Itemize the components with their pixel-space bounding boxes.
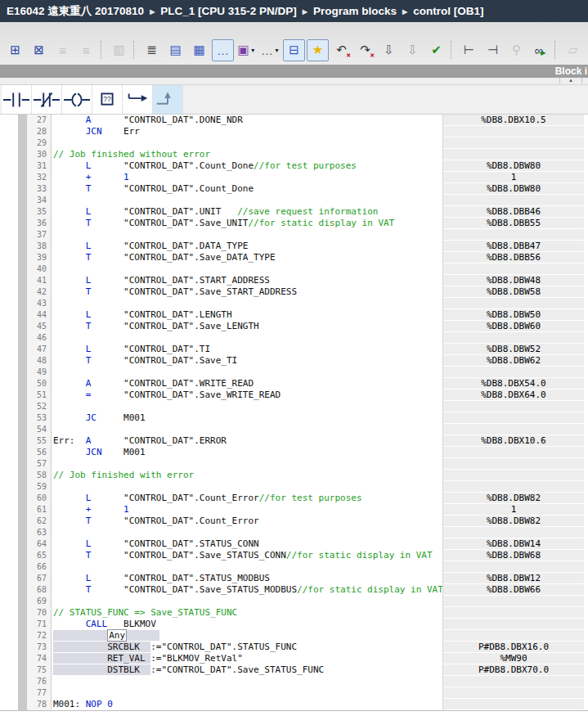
code-line[interactable]: L "CONTROL_DAT".DATA_TYPE	[53, 241, 441, 252]
code-line[interactable]	[53, 561, 441, 573]
code-line[interactable]: T "CONTROL_DAT".Save_UNIT//for static di…	[53, 218, 441, 229]
network-comment-toggle-icon[interactable]: ▦	[188, 39, 210, 61]
code-line[interactable]: // Job finished without error	[53, 149, 441, 160]
previous-error-icon[interactable]: ↶✕	[330, 39, 352, 61]
collapse-panel-icon[interactable]: ▲	[559, 78, 582, 83]
network-title-toggle-icon[interactable]: ▤	[164, 39, 186, 61]
coil-button[interactable]	[62, 85, 92, 114]
code-line[interactable]	[53, 527, 441, 538]
monitoring-icon[interactable]: ∞▶	[529, 39, 551, 61]
code-line[interactable]	[53, 195, 441, 206]
code-line[interactable]	[53, 424, 441, 435]
code-line[interactable]: L "CONTROL_DAT".STATUS_CONN	[53, 538, 441, 550]
code-line[interactable]: T "CONTROL_DAT".Save_LENGTH	[53, 321, 441, 332]
code-line[interactable]: JC M001	[53, 412, 441, 424]
code-line[interactable]	[53, 676, 441, 687]
breadcrumb-item[interactable]: E16042 遠東重八 20170810	[7, 4, 144, 19]
line-number: 72	[27, 630, 51, 642]
insert-network-icon[interactable]: ⊞	[4, 39, 26, 61]
address-cell: %DB8.DBW82	[443, 493, 584, 503]
address-cell: %DB8.DBB46	[443, 206, 584, 217]
code-line[interactable]: L "CONTROL_DAT".TI	[53, 344, 441, 355]
next-error-icon[interactable]: ↷✕	[354, 39, 376, 61]
code-line[interactable]	[53, 596, 441, 607]
code-line[interactable]: L "CONTROL_DAT".START_ADDRESS	[53, 275, 441, 286]
code-line[interactable]: Any	[53, 630, 441, 642]
code-line[interactable]: L "CONTROL_DAT".Count_Done//for test pur…	[53, 160, 441, 172]
code-line[interactable]	[53, 481, 441, 493]
insert-comment-icon[interactable]: …▼	[259, 39, 281, 61]
code-line[interactable]: T "CONTROL_DAT".Save_STATUS_MODBUS//for …	[53, 584, 441, 596]
code-line[interactable]: CALL BLKMOV	[53, 619, 441, 630]
code-line[interactable]	[53, 401, 441, 412]
collapse-all-icon[interactable]: ⊣	[482, 39, 504, 61]
line-number: 31	[27, 160, 51, 172]
code-line[interactable]: SRCBLK :="CONTROL_DAT".STATUS_FUNC	[53, 642, 441, 653]
code-line[interactable]: T "CONTROL_DAT".Save_STATUS_CONN//for st…	[53, 550, 441, 561]
line-number: 73	[27, 642, 51, 653]
code-line[interactable]: + 1	[53, 504, 441, 516]
line-number: 50	[27, 378, 51, 390]
absolute-operands-icon[interactable]: ≣	[141, 39, 163, 61]
code-line[interactable]	[53, 458, 441, 470]
any-operand-placeholder[interactable]: Any	[107, 629, 127, 642]
address-cell	[443, 676, 584, 687]
code-line[interactable]: = "CONTROL_DAT".Save_WRITE_READ	[53, 390, 441, 401]
code-line[interactable]: JCN M001	[53, 447, 441, 458]
breadcrumb-item[interactable]: Program blocks	[313, 5, 397, 17]
line-number: 46	[27, 332, 51, 344]
code-line[interactable]: T "CONTROL_DAT".Count_Done	[53, 183, 441, 195]
code-line[interactable]: A "CONTROL_DAT".DONE_NDR	[53, 115, 441, 126]
comments-toggle-icon[interactable]: …	[212, 39, 234, 61]
address-cell: %DB8.DBW58	[443, 286, 584, 297]
delete-network-icon[interactable]: ⊠	[28, 39, 50, 61]
code-line[interactable]: L "CONTROL_DAT".Count_Error//for test pu…	[53, 493, 441, 504]
code-line[interactable]: // STATUS_FUNC => Save_STATUS_FUNC	[53, 607, 441, 619]
code-line[interactable]	[53, 298, 441, 309]
line-number: 57	[27, 458, 51, 470]
breadcrumb-item[interactable]: control [OB1]	[413, 5, 483, 17]
block-interface-header[interactable]: Block i	[0, 65, 588, 78]
code-line[interactable]: T "CONTROL_DAT".Save_START_ADDRESS	[53, 286, 441, 298]
code-line[interactable]	[53, 332, 441, 344]
favorites-toggle-icon[interactable]: ★	[307, 39, 329, 61]
line-number: 75	[27, 664, 51, 676]
code-line[interactable]: + 1	[53, 172, 441, 183]
compile-icon[interactable]: ✔	[425, 39, 447, 61]
code-line[interactable]: // Job finished with error	[53, 470, 441, 481]
line-number: 35	[27, 206, 51, 218]
code-line[interactable]: Err: A "CONTROL_DAT".ERROR	[53, 435, 441, 447]
code-line[interactable]	[53, 263, 441, 275]
empty-box-button[interactable]: ??	[92, 85, 123, 114]
update-block-call-icon[interactable]: ⇩	[378, 39, 400, 61]
close-branch-icon	[154, 88, 182, 112]
code-line[interactable]: A "CONTROL_DAT".WRITE_READ	[53, 378, 441, 390]
open-branch-button[interactable]	[123, 85, 153, 114]
code-line[interactable]	[53, 137, 441, 149]
insert-block-icon[interactable]: ▣▼	[236, 39, 258, 61]
code-line[interactable]	[53, 687, 441, 699]
address-cell	[443, 149, 584, 160]
code-line[interactable]: T "CONTROL_DAT".Save_TI	[53, 355, 441, 367]
code-line[interactable]	[53, 367, 441, 378]
code-line[interactable]: DSTBLK :="CONTROL_DAT".Save_STATUS_FUNC	[53, 664, 441, 676]
line-number: 47	[27, 344, 51, 355]
open-contact-button[interactable]	[2, 85, 32, 114]
expand-networks-icon[interactable]: ⊟	[283, 39, 305, 61]
code-line[interactable]: L "CONTROL_DAT".UNIT //save request info…	[53, 206, 441, 218]
code-line[interactable]: JCN Err	[53, 126, 441, 137]
expand-all-icon[interactable]: ⊢	[458, 39, 480, 61]
closed-contact-button[interactable]	[32, 85, 62, 114]
code-line[interactable]: L "CONTROL_DAT".STATUS_MODBUS	[53, 573, 441, 584]
consistency-check-icon[interactable]: ⇩	[402, 39, 424, 61]
code-line[interactable]	[53, 229, 441, 241]
code-line[interactable]: T "CONTROL_DAT".Save_DATA_TYPE	[53, 252, 441, 263]
breadcrumb-item[interactable]: PLC_1 [CPU 315-2 PN/DP]	[160, 5, 297, 17]
code-line[interactable]: L "CONTROL_DAT".LENGTH	[53, 309, 441, 321]
code-line[interactable]: T "CONTROL_DAT".Count_Error	[53, 516, 441, 527]
close-branch-button[interactable]	[153, 85, 183, 114]
address-cell: %DB8.DBW66	[443, 584, 584, 595]
code-line[interactable]: RET_VAL :="BLKMOV_RetVal"	[53, 653, 441, 664]
code-line[interactable]: M001: NOP 0	[53, 699, 441, 710]
stl-code-editor[interactable]: 2728293031323334353637383940414243444546…	[0, 115, 588, 711]
